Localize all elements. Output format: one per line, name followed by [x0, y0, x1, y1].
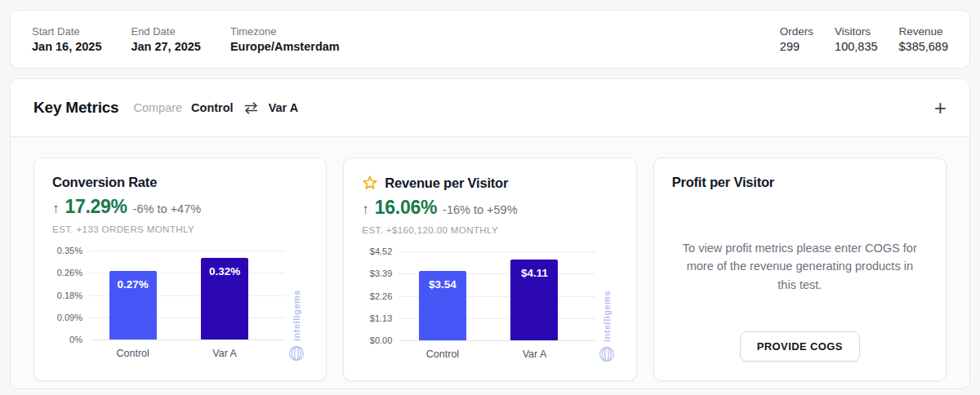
y-tick-label: 0.18% — [57, 291, 82, 300]
visitors-label: Visitors — [835, 25, 877, 38]
intelligems-watermark: intelligems — [595, 251, 618, 363]
lift-value: 17.29% — [65, 196, 127, 218]
intelligems-watermark: intelligems — [285, 251, 308, 362]
intelligems-logo-icon — [599, 346, 615, 362]
lift-range: -16% to +59% — [443, 203, 518, 216]
plot-area: $3.54$4.11 — [399, 251, 595, 340]
revenue-per-visitor-chart: $4.52$3.39$2.26$1.13$0.00 $3.54$4.11 Con… — [362, 251, 617, 363]
y-tick-label: 0.09% — [57, 313, 82, 322]
start-date-field: Start Date Jan 16, 2025 — [32, 25, 101, 53]
x-axis-label: Control — [116, 348, 149, 359]
summary-stats: Orders 299 Visitors 100,835 Revenue $385… — [780, 25, 948, 53]
y-tick-label: 0.26% — [57, 268, 82, 277]
lift-value: 16.06% — [375, 197, 437, 219]
conversion-rate-card: Conversion Rate ↑ 17.29% -6% to +47% EST… — [33, 158, 327, 381]
y-tick-label: $1.13 — [370, 313, 393, 323]
bar-control: $3.54 — [419, 271, 466, 340]
compare-variant-selector[interactable]: Var A — [269, 101, 299, 114]
watermark-text: intelligems — [602, 291, 612, 342]
card-title: Conversion Rate — [52, 175, 157, 190]
y-tick-label: $0.00 — [370, 335, 393, 345]
start-date-label: Start Date — [32, 25, 101, 38]
key-metrics-section: Key Metrics Compare Control Var A + Conv… — [10, 78, 970, 389]
y-axis: $4.52$3.39$2.26$1.13$0.00 — [362, 251, 399, 340]
provide-cogs-button[interactable]: PROVIDE COGS — [740, 331, 860, 362]
revenue-value: $385,689 — [899, 40, 948, 53]
y-tick-label: $3.39 — [370, 269, 393, 278]
cogs-required-message: To view profit metrics please enter COGS… — [676, 239, 923, 294]
profit-per-visitor-card: Profit per Visitor To view profit metric… — [653, 158, 947, 381]
bar-control: 0.27% — [109, 271, 157, 340]
revenue-per-visitor-card: Revenue per Visitor ↑ 16.06% -16% to +59… — [343, 158, 636, 381]
swap-comparison-button[interactable] — [243, 102, 259, 114]
revenue-stat: Revenue $385,689 — [899, 25, 948, 53]
timezone-field: Timezone Europe/Amsterdam — [230, 25, 340, 53]
star-outline-icon — [362, 175, 378, 191]
start-date-value: Jan 16, 2025 — [32, 40, 101, 53]
y-axis: 0.35%0.26%0.18%0.09%0% — [52, 251, 90, 340]
visitors-value: 100,835 — [835, 40, 877, 53]
x-axis-label: Var A — [523, 348, 547, 360]
orders-label: Orders — [780, 25, 813, 38]
bar-value-label: 0.32% — [201, 265, 248, 277]
x-axis-label: Var A — [212, 348, 237, 359]
x-axis: ControlVar A — [90, 340, 285, 362]
end-date-value: Jan 27, 2025 — [131, 40, 200, 53]
swap-horizontal-icon — [243, 102, 259, 114]
bar-var-a: $4.11 — [510, 260, 558, 340]
orders-value: 299 — [780, 40, 813, 53]
bar-value-label: 0.27% — [109, 278, 157, 291]
end-date-label: End Date — [131, 25, 200, 38]
bar-value-label: $4.11 — [510, 267, 558, 279]
x-axis: ControlVar A — [399, 340, 595, 363]
lift-range: -6% to +47% — [133, 202, 201, 215]
estimate-text: EST. +133 ORDERS MONTHLY — [52, 224, 308, 234]
bar-value-label: $3.54 — [419, 278, 466, 291]
bar-var-a: 0.32% — [201, 258, 248, 340]
estimate-text: EST. +$160,120.00 MONTHLY — [362, 225, 617, 235]
add-metric-button[interactable]: + — [934, 97, 947, 118]
revenue-label: Revenue — [899, 25, 948, 38]
up-arrow-icon: ↑ — [362, 202, 369, 218]
card-title: Profit per Visitor — [672, 175, 774, 190]
key-metrics-header: Key Metrics Compare Control Var A + — [11, 79, 969, 137]
y-tick-label: $2.26 — [370, 291, 393, 301]
date-fields: Start Date Jan 16, 2025 End Date Jan 27,… — [32, 25, 340, 53]
gridline — [90, 251, 285, 251]
conversion-rate-chart: 0.35%0.26%0.18%0.09%0% 0.27%0.32% Contro… — [52, 251, 308, 362]
y-tick-label: $4.52 — [370, 246, 393, 256]
y-tick-label: 0% — [69, 335, 82, 344]
end-date-field: End Date Jan 27, 2025 — [131, 25, 200, 53]
watermark-text: intelligems — [292, 290, 301, 341]
intelligems-logo-icon — [288, 345, 305, 362]
summary-bar: Start Date Jan 16, 2025 End Date Jan 27,… — [10, 10, 970, 69]
compare-label: Compare — [133, 101, 182, 114]
compare-control-selector[interactable]: Control — [191, 101, 234, 114]
orders-stat: Orders 299 — [780, 25, 813, 53]
section-title: Key Metrics — [33, 99, 118, 117]
up-arrow-icon: ↑ — [52, 201, 60, 217]
timezone-label: Timezone — [230, 25, 340, 38]
y-tick-label: 0.35% — [57, 246, 82, 255]
gridline — [399, 251, 595, 252]
metrics-cards-row: Conversion Rate ↑ 17.29% -6% to +47% EST… — [11, 137, 969, 388]
x-axis-label: Control — [426, 348, 459, 360]
card-title: Revenue per Visitor — [385, 175, 508, 191]
timezone-value: Europe/Amsterdam — [230, 40, 340, 53]
plot-area: 0.27%0.32% — [90, 251, 285, 340]
visitors-stat: Visitors 100,835 — [835, 25, 877, 53]
